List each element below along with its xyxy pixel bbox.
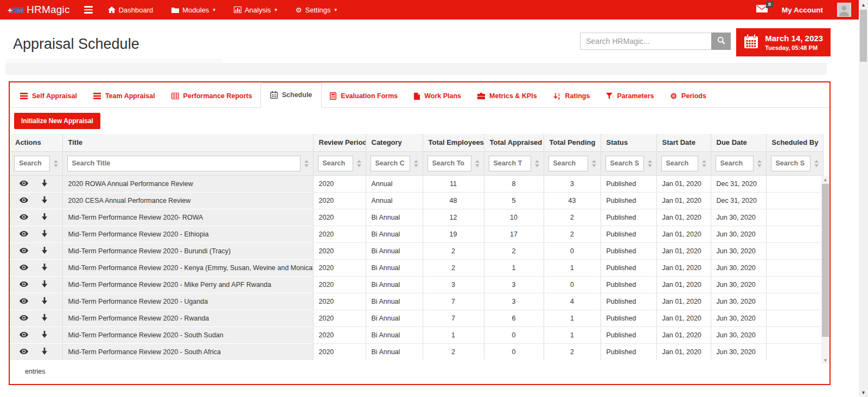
due-date-cell: Jun 30, 2020 xyxy=(711,226,766,242)
tab-self-appraisal[interactable]: Self Appraisal xyxy=(12,85,85,107)
view-button[interactable] xyxy=(20,348,28,356)
download-button[interactable] xyxy=(41,264,48,272)
view-button[interactable] xyxy=(20,180,28,188)
total-appraised-cell: 3 xyxy=(484,276,544,293)
column-header-total-employees[interactable]: Total Employees xyxy=(423,134,484,151)
column-header-status[interactable]: Status xyxy=(601,134,656,151)
filter-total-employees-input[interactable] xyxy=(427,156,471,171)
view-button[interactable] xyxy=(20,196,28,204)
download-button[interactable] xyxy=(41,314,48,323)
tab-periods[interactable]: ⚙ Periods xyxy=(662,85,714,107)
filter-total-appraised-input[interactable] xyxy=(489,156,531,171)
table-row: Mid-Term Performance Review 2020 - Mike … xyxy=(10,276,823,293)
sort-control-total-pending[interactable] xyxy=(592,160,596,167)
filter-start-date-input[interactable] xyxy=(661,156,698,171)
download-button[interactable] xyxy=(41,297,48,306)
sort-control-total-employees[interactable] xyxy=(475,160,480,167)
sort-control-scheduled-by[interactable] xyxy=(814,160,819,167)
filter-due-date-input[interactable] xyxy=(716,156,754,171)
review-period-cell: 2020 xyxy=(313,293,366,310)
filter-title-input[interactable] xyxy=(67,156,301,171)
view-button[interactable] xyxy=(20,230,28,238)
page-scroll-up-arrow[interactable]: ▲ xyxy=(859,0,868,9)
hamburger-menu-icon[interactable] xyxy=(84,6,93,14)
view-button[interactable] xyxy=(20,264,28,272)
sort-control-actions[interactable] xyxy=(54,160,58,167)
filter-total-pending-input[interactable] xyxy=(548,156,588,171)
search-input[interactable] xyxy=(580,33,711,50)
tab-schedule[interactable]: Schedule xyxy=(260,82,322,108)
view-button[interactable] xyxy=(20,314,28,322)
total-employees-cell: 19 xyxy=(423,226,484,242)
filter-category-input[interactable] xyxy=(371,156,410,171)
download-button[interactable] xyxy=(41,348,48,356)
messages-button[interactable]: 0 xyxy=(756,5,768,15)
view-button[interactable] xyxy=(20,280,28,289)
arrow-down-icon xyxy=(41,213,48,222)
tab-performance-reports[interactable]: Performance Reports xyxy=(163,85,260,107)
eye-icon xyxy=(20,230,28,238)
tab-evaluation-forms[interactable]: Evaluation Forms xyxy=(322,85,406,107)
column-header-review-period[interactable]: Review Period xyxy=(313,134,366,151)
view-button[interactable] xyxy=(20,247,28,255)
column-header-title[interactable]: Title xyxy=(62,134,313,151)
sort-control-total-appraised[interactable] xyxy=(535,160,539,167)
download-button[interactable] xyxy=(41,230,48,239)
download-button[interactable] xyxy=(41,180,48,188)
page-scrollbar-thumb[interactable] xyxy=(860,10,867,62)
title-cell: Mid-Term Performance Review 2020 - Rwand… xyxy=(62,310,313,326)
download-button[interactable] xyxy=(41,213,48,222)
download-button[interactable] xyxy=(41,331,48,340)
filter-actions-input[interactable] xyxy=(14,156,50,171)
tab-parameters[interactable]: Parameters xyxy=(598,85,662,107)
filter-status-input[interactable] xyxy=(605,156,644,171)
view-button[interactable] xyxy=(20,331,28,339)
nav-item-settings[interactable]: ⚙ Settings ▾ xyxy=(296,6,337,14)
view-button[interactable] xyxy=(20,213,28,221)
my-account-link[interactable]: My Account xyxy=(782,6,823,14)
column-header-start-date[interactable]: Start Date xyxy=(656,134,711,151)
nav-item-analysis[interactable]: Analysis ▾ xyxy=(234,6,277,14)
total-pending-cell: 3 xyxy=(544,175,601,192)
sort-control-title[interactable] xyxy=(304,160,309,167)
sort-control-category[interactable] xyxy=(414,160,418,167)
search-button[interactable] xyxy=(711,33,731,50)
chevron-down-icon: ▾ xyxy=(335,7,337,12)
arrow-down-icon xyxy=(41,180,48,188)
actions-cell xyxy=(10,259,62,276)
avatar[interactable] xyxy=(837,3,851,17)
sort-control-due-date[interactable] xyxy=(757,160,762,167)
column-header-total-pending[interactable]: Total Pending xyxy=(544,134,601,151)
page-scroll-down-arrow[interactable]: ▼ xyxy=(859,388,868,397)
download-button[interactable] xyxy=(41,247,48,255)
download-button[interactable] xyxy=(41,196,48,205)
column-header-category[interactable]: Category xyxy=(366,134,423,151)
filter-cell-category xyxy=(366,151,423,175)
nav-item-dashboard[interactable]: Dashboard xyxy=(108,6,154,14)
sort-control-start-date[interactable] xyxy=(702,160,706,167)
column-header-due-date[interactable]: Due Date xyxy=(711,134,766,151)
filter-cell-scheduled-by xyxy=(766,151,823,175)
table-scrollbar-thumb[interactable] xyxy=(822,184,829,337)
sort-control-status[interactable] xyxy=(648,160,652,167)
column-header-total-appraised[interactable]: Total Appraised xyxy=(484,134,544,151)
nav-item-modules[interactable]: Modules ▾ xyxy=(171,6,215,14)
tab-team-appraisal[interactable]: Team Appraisal xyxy=(85,85,163,107)
tab-ratings[interactable]: 19 Ratings xyxy=(545,85,598,107)
tab-metrics-kpis[interactable]: Metrics & KPIs xyxy=(469,85,545,107)
tab-work-plans[interactable]: Work Plans xyxy=(406,85,469,107)
view-button[interactable] xyxy=(20,297,28,305)
column-header-scheduled-by[interactable]: Scheduled By xyxy=(766,134,823,151)
brand-logo[interactable]: +RM HRMagic xyxy=(8,4,70,16)
download-button[interactable] xyxy=(41,280,48,289)
toolbar: Initialize New Appraisal xyxy=(10,108,829,134)
filter-review-period-input[interactable] xyxy=(318,156,353,171)
initialize-new-appraisal-button[interactable]: Initialize New Appraisal xyxy=(14,113,100,129)
sort-control-review-period[interactable] xyxy=(357,160,361,167)
arrow-down-icon xyxy=(41,331,48,340)
column-header-actions[interactable]: Actions xyxy=(10,134,62,151)
scroll-up-arrow[interactable]: ▲ xyxy=(821,176,829,183)
scroll-down-arrow[interactable]: ▼ xyxy=(821,356,829,364)
filter-scheduled-by-input[interactable] xyxy=(771,156,810,171)
eye-icon xyxy=(20,213,28,221)
